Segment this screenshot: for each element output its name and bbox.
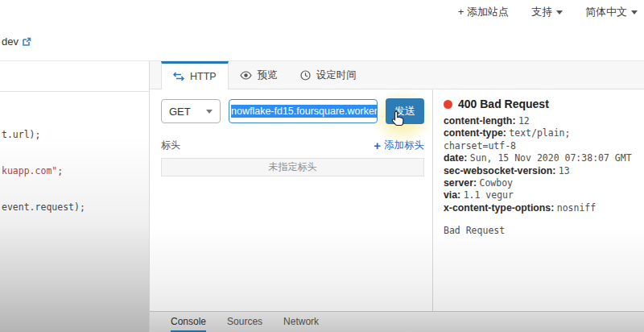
console-tab-label: Console (171, 316, 206, 327)
response-header-line: content-type: text/plain; charset=utf-8 (444, 127, 634, 152)
request-headers-row: 标头 + 添加标头 (161, 139, 424, 152)
code-line: event.request); (2, 201, 85, 214)
eye-icon (240, 71, 252, 80)
no-headers-box: 未指定标头 (161, 158, 424, 176)
header-name: content-length: (444, 115, 515, 127)
subdomain-label: dev (2, 35, 19, 48)
console-tab-network[interactable]: Network (283, 312, 319, 332)
url-input[interactable]: nowflake-fd15.foursquare.workers. de (229, 99, 378, 123)
response-status-row: 400 Bad Request (444, 98, 634, 110)
caret-down-icon (631, 10, 638, 15)
response-header-line: date: Sun, 15 Nov 2020 07:38:07 GMT (444, 152, 634, 164)
headers-label: 标头 (161, 139, 180, 152)
header-name: server: (444, 177, 477, 189)
content-area: t.url); kuapp.com"; event.request); HTTP… (0, 61, 644, 332)
language-menu[interactable]: 简体中文 (585, 5, 638, 19)
header-value: nosniff (557, 202, 596, 214)
external-link-icon (22, 37, 31, 47)
tab-preview[interactable]: 预览 (229, 61, 289, 89)
tab-set-time-label: 设定时间 (316, 68, 357, 82)
response-header-line: x-content-type-options: nosniff (444, 202, 634, 214)
header-value: Cowboy (479, 177, 513, 189)
response-header-line: server: Cowboy (444, 177, 634, 189)
code-line: kuapp.com"; (2, 165, 85, 177)
url-selected-text: nowflake-fd15.foursquare.workers. (231, 105, 378, 118)
clock-icon (300, 70, 311, 81)
app-header: + 添加站点 支持 简体中文 dev (0, 0, 644, 61)
plus-icon: + (374, 141, 381, 151)
code-line: t.url); (2, 129, 85, 141)
console-tab-sources[interactable]: Sources (227, 312, 262, 332)
code-block: t.url); kuapp.com"; event.request); (2, 105, 85, 238)
response-header-line: content-length: 12 (444, 115, 634, 127)
code-editor-pane[interactable]: t.url); kuapp.com"; event.request); (0, 61, 150, 332)
header-name: x-content-type-options: (444, 202, 554, 214)
hand-cursor-icon (390, 110, 406, 131)
header-name: sec-websocket-version: (444, 165, 555, 176)
header-value: 12 (518, 115, 530, 127)
add-site-link[interactable]: + 添加站点 (458, 5, 509, 19)
tab-preview-label: 预览 (258, 68, 278, 82)
console-tab-label: Network (283, 316, 319, 327)
code-string-literal: kuapp.com" (2, 165, 57, 176)
swap-arrows-icon (173, 72, 184, 81)
request-response-panes: GET nowflake-fd15.foursquare.workers. de… (150, 89, 644, 311)
code-line-end: ; (57, 165, 63, 176)
top-nav: + 添加站点 支持 简体中文 (458, 5, 638, 19)
red-dot-icon (444, 100, 452, 109)
support-menu[interactable]: 支持 (531, 5, 563, 19)
header-value: 1.1 vegur (464, 189, 514, 201)
tab-set-time[interactable]: 设定时间 (289, 61, 368, 89)
header-name: via: (444, 189, 460, 201)
response-pane: 400 Bad Request content-length: 12 conte… (433, 89, 644, 311)
language-label: 简体中文 (585, 5, 627, 19)
response-status-text: 400 Bad Request (458, 98, 549, 110)
header-value: Sun, 15 Nov 2020 07:38:07 GMT (470, 152, 632, 164)
http-tester-panel: HTTP 预览 设定时间 GET (150, 61, 644, 332)
header-name: content-type: (444, 127, 506, 139)
no-headers-label: 未指定标头 (269, 160, 317, 174)
header-value: 13 (559, 165, 570, 176)
caret-down-icon (206, 110, 213, 114)
add-site-label: + 添加站点 (458, 5, 509, 19)
response-header-line: via: 1.1 vegur (444, 189, 634, 201)
tab-http[interactable]: HTTP (161, 61, 229, 89)
tab-http-label: HTTP (190, 71, 217, 82)
request-pane: GET nowflake-fd15.foursquare.workers. de… (150, 89, 433, 311)
console-tab-console[interactable]: Console (171, 312, 206, 332)
console-bar: Console Sources Network (150, 311, 644, 332)
method-select-value: GET (169, 106, 191, 118)
response-body: Bad Request (444, 225, 634, 236)
console-tab-label: Sources (227, 316, 262, 327)
support-label: 支持 (531, 5, 552, 19)
subdomain-dev-link[interactable]: dev (2, 35, 31, 48)
caret-down-icon (556, 10, 563, 15)
editor-top-divider (0, 91, 149, 92)
method-select[interactable]: GET (161, 99, 221, 123)
request-method-row: GET nowflake-fd15.foursquare.workers. de… (161, 99, 424, 124)
tester-tab-bar: HTTP 预览 设定时间 (150, 61, 644, 89)
header-name: date: (444, 152, 467, 164)
response-header-line: sec-websocket-version: 13 (444, 165, 634, 177)
